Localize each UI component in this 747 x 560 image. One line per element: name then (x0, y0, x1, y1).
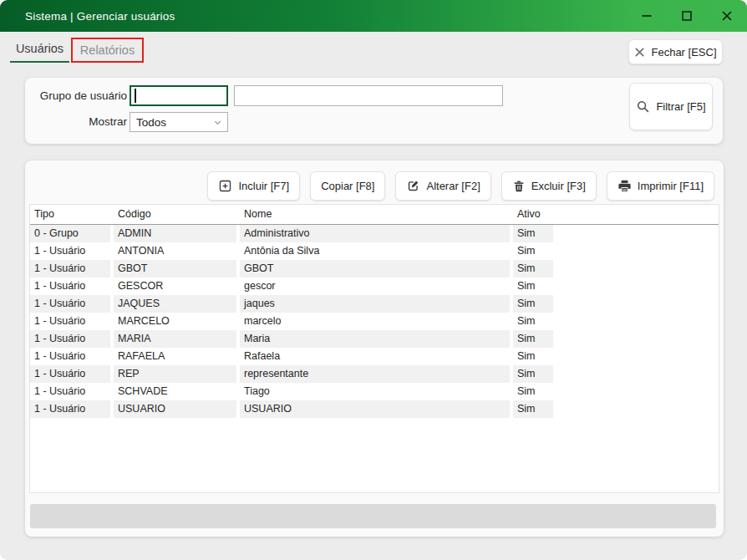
show-label: Mostrar (25, 115, 127, 128)
users-panel: Incluir [F7] Copiar [F8] Alterar [F2] Ex… (25, 160, 724, 537)
title-bar: Sistema | Gerenciar usuários (0, 0, 747, 32)
fechar-button[interactable]: Fechar [ESC] (628, 39, 723, 64)
cell-codigo: JAQUES (114, 295, 236, 313)
copiar-button[interactable]: Copiar [F8] (310, 171, 385, 201)
filtrar-button[interactable]: Filtrar [F5] (629, 83, 713, 130)
table-row[interactable]: 1 - Usuário MARCELO marcelo Sim (30, 313, 719, 330)
cell-nome: USUARIO (240, 400, 510, 418)
imprimir-button[interactable]: Imprimir [F11] (607, 171, 714, 201)
cell-codigo: REP (114, 365, 236, 383)
column-header-nome[interactable]: Nome (240, 206, 510, 223)
cell-ativo: Sim (513, 225, 553, 242)
cell-tipo: 1 - Usuário (30, 313, 110, 330)
imprimir-button-label: Imprimir [F11] (638, 180, 704, 192)
cell-ativo: Sim (513, 365, 553, 383)
minimize-icon (642, 11, 652, 21)
cell-codigo: USUARIO (114, 400, 236, 418)
cell-tipo: 1 - Usuário (30, 295, 110, 313)
cell-nome: GBOT (240, 260, 510, 277)
cell-ativo: Sim (513, 348, 553, 365)
maximize-button[interactable] (667, 0, 707, 32)
cell-tipo: 1 - Usuário (30, 330, 110, 348)
plus-square-icon (218, 179, 232, 193)
alterar-button-label: Alterar [F2] (426, 180, 480, 192)
horizontal-scrollbar[interactable] (30, 504, 716, 528)
text-caret (135, 89, 136, 103)
cell-tipo: 0 - Grupo (30, 225, 110, 242)
fechar-button-label: Fechar [ESC] (651, 46, 716, 59)
cell-ativo: Sim (513, 242, 553, 260)
column-header-tipo[interactable]: Tipo (30, 206, 110, 223)
app-window: Sistema | Gerenciar usuários Usuários Re… (0, 0, 747, 560)
cell-nome: gescor (240, 277, 510, 295)
incluir-button[interactable]: Incluir [F7] (207, 171, 300, 201)
cell-nome: Maria (240, 330, 510, 348)
cell-codigo: ANTONIA (114, 242, 236, 260)
cell-codigo: GBOT (114, 260, 236, 277)
edit-icon (406, 179, 420, 193)
chevron-down-icon (213, 118, 222, 127)
table-row[interactable]: 1 - Usuário RAFAELA Rafaela Sim (30, 348, 719, 365)
maximize-icon (682, 11, 692, 21)
cell-codigo: SCHVADE (114, 383, 236, 400)
cell-codigo: MARCELO (114, 313, 236, 330)
cell-nome: representante (240, 365, 510, 383)
minimize-button[interactable] (627, 0, 667, 32)
table-row[interactable]: 1 - Usuário GBOT GBOT Sim (30, 260, 719, 277)
users-table: Tipo Código Nome Ativo 0 - Grupo ADMIN A… (29, 204, 719, 493)
cell-tipo: 1 - Usuário (30, 260, 110, 277)
cell-codigo: MARIA (114, 330, 236, 348)
group-label: Grupo de usuário (25, 89, 127, 102)
incluir-button-label: Incluir [F7] (238, 180, 289, 192)
close-x-icon (634, 47, 645, 58)
search-icon (636, 99, 650, 114)
cell-tipo: 1 - Usuário (30, 277, 110, 295)
group-code-input[interactable] (130, 85, 228, 106)
column-header-codigo[interactable]: Código (114, 206, 236, 223)
alterar-button[interactable]: Alterar [F2] (395, 171, 490, 201)
table-row[interactable]: 1 - Usuário REP representante Sim (30, 365, 719, 383)
cell-tipo: 1 - Usuário (30, 365, 110, 383)
show-select[interactable]: Todos (130, 112, 228, 132)
filtrar-button-label: Filtrar [F5] (656, 100, 705, 113)
table-row[interactable]: 1 - Usuário ANTONIA Antônia da Silva Sim (30, 242, 719, 260)
table-row[interactable]: 1 - Usuário USUARIO USUARIO Sim (30, 400, 719, 418)
cell-ativo: Sim (513, 383, 553, 400)
table-body: 0 - Grupo ADMIN Administrativo Sim 1 - U… (30, 225, 719, 418)
copiar-button-label: Copiar [F8] (321, 180, 374, 192)
cell-tipo: 1 - Usuário (30, 383, 110, 400)
column-header-ativo[interactable]: Ativo (513, 206, 553, 223)
excluir-button-label: Excluir [F3] (531, 180, 586, 192)
tab-usuarios[interactable]: Usuários (10, 42, 69, 63)
toolbar: Incluir [F7] Copiar [F8] Alterar [F2] Ex… (207, 171, 714, 201)
cell-codigo: GESCOR (114, 277, 236, 295)
close-icon (722, 11, 732, 21)
cell-nome: marcelo (240, 313, 510, 330)
table-row[interactable]: 1 - Usuário JAQUES jaques Sim (30, 295, 719, 313)
annotation-red-box: Relatórios (71, 38, 144, 63)
excluir-button[interactable]: Excluir [F3] (501, 171, 597, 201)
table-header: Tipo Código Nome Ativo (30, 205, 719, 225)
cell-ativo: Sim (513, 330, 553, 348)
cell-ativo: Sim (513, 313, 553, 330)
close-window-button[interactable] (707, 0, 747, 32)
table-row[interactable]: 1 - Usuário MARIA Maria Sim (30, 330, 719, 348)
cell-nome: jaques (240, 295, 510, 313)
table-row[interactable]: 0 - Grupo ADMIN Administrativo Sim (30, 225, 719, 242)
cell-nome: Rafaela (240, 348, 510, 365)
cell-nome: Antônia da Silva (240, 242, 510, 260)
group-name-input[interactable] (234, 85, 503, 106)
tab-relatorios[interactable]: Relatórios (80, 43, 135, 57)
cell-tipo: 1 - Usuário (30, 400, 110, 418)
table-row[interactable]: 1 - Usuário GESCOR gescor Sim (30, 277, 719, 295)
cell-ativo: Sim (513, 400, 553, 418)
window-title: Sistema | Gerenciar usuários (25, 10, 175, 23)
trash-icon (512, 180, 526, 193)
table-row[interactable]: 1 - Usuário SCHVADE Tiago Sim (30, 383, 719, 400)
filter-panel: Grupo de usuário Mostrar Todos Filtrar [… (25, 78, 723, 144)
printer-icon (617, 179, 632, 193)
cell-tipo: 1 - Usuário (30, 348, 110, 365)
cell-ativo: Sim (513, 277, 553, 295)
cell-tipo: 1 - Usuário (30, 242, 110, 260)
cell-codigo: RAFAELA (114, 348, 236, 365)
